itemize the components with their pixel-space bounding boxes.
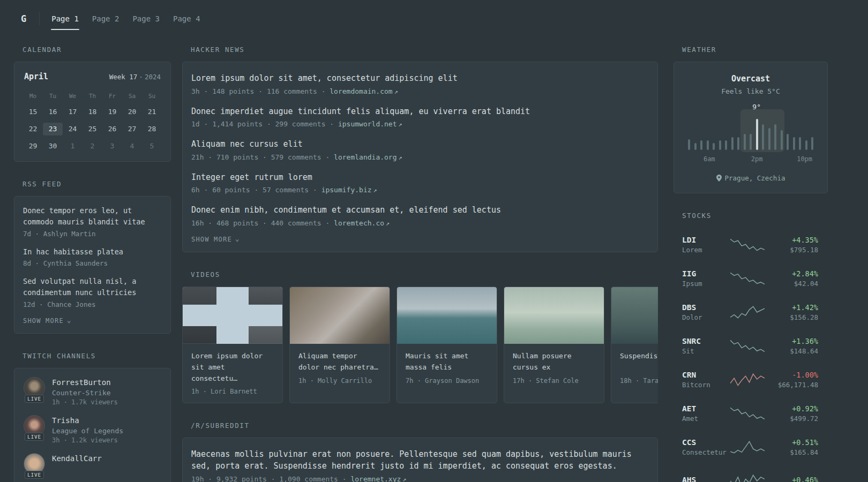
weather-bar [781, 130, 783, 150]
video-thumbnail [397, 287, 497, 344]
weather-section-title: WEATHER [682, 46, 828, 54]
story-source-link[interactable]: loremlandia.org↗ [334, 153, 402, 161]
weather-temp-label: 9° [752, 103, 761, 111]
post-source-link[interactable]: loremnet.xyz↗ [350, 475, 406, 482]
video-card[interactable]: Suspendisse diam 18h · Tara [611, 287, 658, 403]
calendar-card: April Week 17·2024 MoTuWeThFrSaSu1516171… [14, 62, 171, 162]
rss-item: In hac habitasse platea 8d · Cynthia Sau… [23, 246, 162, 267]
external-link-icon: ↗ [373, 186, 377, 194]
stock-row[interactable]: IIGIpsum +2.84%$42.04 [675, 261, 826, 295]
tab-page-1[interactable]: Page 1 [51, 7, 79, 30]
video-thumbnail [611, 287, 658, 344]
story-source-link[interactable]: loremdomain.com↗ [330, 87, 398, 95]
calendar-weekday: Mo [23, 92, 43, 101]
rss-item-link[interactable]: Donec tempor eros leo, ut commodo mauris… [23, 205, 162, 228]
weather-times: 6am2pm10pm [688, 155, 813, 163]
weather-bar [793, 137, 795, 150]
tab-page-4[interactable]: Page 4 [173, 7, 201, 30]
story-source-link[interactable]: ipsumify.biz↗ [321, 186, 377, 194]
stock-sparkline [730, 474, 765, 482]
stock-sparkline [730, 373, 765, 387]
stock-row[interactable]: CCSConsectetur +0.51%$165.84 [675, 430, 826, 464]
calendar-section-title: CALENDAR [23, 46, 171, 54]
weather-bar [768, 128, 770, 150]
video-card[interactable]: Nullam posuere cursus ex 17h · Stefan Co… [504, 287, 604, 403]
rss-item-link[interactable]: Sed volutpat nulla nisl, a condimentum n… [23, 276, 162, 299]
stock-sparkline [730, 440, 765, 454]
external-link-icon: ↗ [402, 476, 406, 482]
story-link[interactable]: Donec imperdiet augue tincidunt felis al… [191, 106, 649, 118]
calendar-month: April [24, 72, 48, 81]
video-thumbnail [183, 287, 282, 344]
stock-change: +1.36% [765, 337, 818, 345]
channel-name: Trisha [52, 415, 123, 426]
rss-item-link[interactable]: In hac habitasse platea [23, 246, 162, 258]
post-link[interactable]: Maecenas mollis pulvinar erat non posuer… [191, 448, 649, 472]
live-badge: LIVE [25, 471, 44, 479]
stock-name: Bitcorn [682, 381, 730, 389]
stock-price: $148.64 [765, 347, 818, 355]
weather-bar [756, 119, 758, 150]
stock-sparkline [730, 238, 765, 252]
top-nav: G Page 1 Page 2 Page 3 Page 4 [0, 0, 868, 30]
video-card[interactable]: Lorem ipsum dolor sit amet consectetu… 1… [182, 287, 283, 403]
twitch-channel-row[interactable]: LIVE ForrestBurton Counter-Strike 1h · 1… [23, 377, 162, 406]
video-card[interactable]: Aliquam tempor dolor nec pharetra… 1h · … [289, 287, 390, 403]
story-source-link[interactable]: loremtech.co↗ [334, 219, 390, 227]
stock-change: +1.42% [765, 303, 818, 312]
calendar-day: 2 [83, 140, 102, 153]
video-card[interactable]: Mauris sit amet massa felis 7h · Grayson… [396, 287, 497, 403]
calendar-day: 3 [102, 140, 122, 153]
rss-show-more-button[interactable]: SHOW MORE⌄ [23, 317, 72, 325]
twitch-channel-row[interactable]: LIVE Trisha League of Legends 3h · 1.2k … [23, 415, 162, 444]
stock-symbol: LDI [682, 236, 730, 244]
stock-row[interactable]: CRNBitcorn -1.00%$66,171.48 [675, 363, 826, 396]
calendar-day: 23 [43, 123, 63, 135]
stock-price: $795.18 [765, 246, 818, 254]
stock-price: $165.84 [765, 448, 818, 456]
stock-name: Sit [682, 347, 730, 355]
stock-row[interactable]: AHS +0.46% [675, 464, 826, 482]
story-link[interactable]: Donec enim nibh, condimentum et accumsan… [191, 204, 649, 216]
hackernews-item: Lorem ipsum dolor sit amet, consectetur … [191, 72, 649, 95]
stock-price: $156.28 [765, 313, 818, 321]
weather-card: Overcast Feels like 5°C 9° 6am2pm10pm Pr… [674, 62, 828, 193]
calendar-day: 15 [23, 106, 43, 118]
story-link[interactable]: Aliquam nec cursus elit [191, 138, 649, 150]
weather-feels-like: Feels like 5°C [685, 87, 817, 95]
story-link[interactable]: Integer eget rutrum lorem [191, 171, 649, 184]
story-source-link[interactable]: ipsumworld.net↗ [338, 120, 402, 128]
app-logo[interactable]: G [18, 12, 40, 26]
weather-bars [688, 115, 813, 150]
live-badge: LIVE [25, 433, 44, 441]
twitch-channel-row[interactable]: LIVE KendallCarr [23, 453, 162, 479]
stock-symbol: IIG [682, 269, 730, 278]
video-title: Aliquam tempor dolor nec pharetra… [298, 350, 381, 373]
weather-condition: Overcast [685, 74, 817, 84]
calendar-day: 21 [142, 106, 162, 118]
stock-price: $66,171.48 [765, 381, 818, 389]
video-meta: 7h · Grayson Dawson [406, 377, 488, 385]
subreddit-widget: /R/SUBREDDIT Maecenas mollis pulvinar er… [182, 421, 658, 482]
weather-time-label: 2pm [751, 155, 763, 163]
tab-page-2[interactable]: Page 2 [92, 7, 120, 30]
story-link[interactable]: Lorem ipsum dolor sit amet, consectetur … [191, 72, 649, 85]
calendar-day: 18 [83, 106, 102, 118]
hackernews-show-more-button[interactable]: SHOW MORE⌄ [191, 236, 240, 243]
calendar-day: 1 [63, 140, 83, 153]
external-link-icon: ↗ [399, 120, 402, 128]
stock-row[interactable]: SNRCSit +1.36%$148.64 [675, 329, 826, 363]
rss-card: Donec tempor eros leo, ut commodo mauris… [14, 196, 171, 334]
stock-row[interactable]: LDILorem +4.35%$795.18 [675, 228, 826, 261]
channel-name: ForrestBurton [52, 377, 118, 388]
stock-change: +0.46% [765, 476, 818, 482]
weather-bar [688, 139, 690, 150]
tab-page-3[interactable]: Page 3 [132, 7, 160, 30]
weather-bar [731, 137, 734, 150]
stock-row[interactable]: DBSDolor +1.42%$156.28 [675, 295, 826, 329]
stock-sparkline [730, 272, 765, 285]
stock-change: +4.35% [765, 236, 818, 244]
stock-row[interactable]: AETAmet +0.92%$499.72 [675, 396, 826, 430]
calendar-day: 19 [102, 106, 122, 118]
stock-symbol: AHS [682, 476, 730, 482]
